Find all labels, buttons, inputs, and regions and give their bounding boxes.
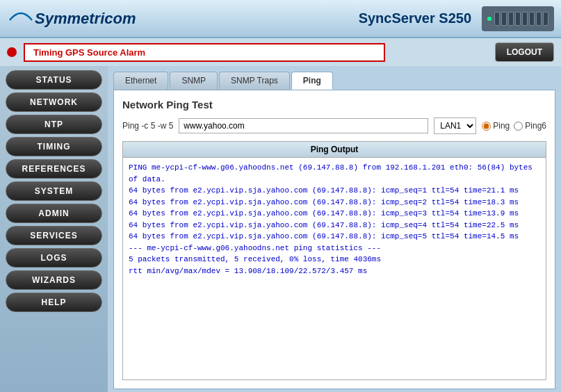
radio-ping6[interactable]: Ping6 — [514, 121, 546, 131]
ping-output-section: Ping Output PING me-ycpi-cf-www.g06.yaho… — [122, 141, 546, 380]
tab-ethernet[interactable]: Ethernet — [113, 72, 168, 90]
tab-bar: Ethernet SNMP SNMP Traps Ping — [113, 72, 555, 90]
device-slot-8 — [543, 12, 548, 26]
alarm-text: Timing GPS Source Alarm — [24, 43, 385, 62]
header: Symmetricom SyncServer S250 — [0, 0, 561, 38]
panel-title: Network Ping Test — [122, 99, 546, 111]
tab-snmp[interactable]: SNMP — [170, 72, 218, 90]
device-slot-7 — [536, 12, 542, 26]
header-center: SyncServer S250 — [359, 6, 554, 31]
sidebar-item-help[interactable]: HELP — [6, 293, 102, 312]
ping-output-body: PING me-ycpi-cf-www.g06.yahoodns.net (69… — [123, 158, 546, 379]
content-area: Ethernet SNMP SNMP Traps Ping Network Pi… — [108, 66, 561, 392]
lan-select[interactable]: LAN1 LAN2 — [434, 117, 476, 134]
ping-output-line-6: --- me-ycpi-cf-www.g06.yahoodns.net ping… — [129, 243, 540, 254]
ping-command-label: Ping -c 5 -w 5 — [122, 121, 173, 131]
logout-button[interactable]: LOGOUT — [495, 42, 554, 62]
alarm-bar: Timing GPS Source Alarm LOGOUT — [0, 38, 561, 66]
sidebar-item-admin[interactable]: ADMIN — [6, 204, 102, 223]
ping-output-line-0: PING me-ycpi-cf-www.g06.yahoodns.net (69… — [129, 162, 540, 185]
ping-host-input[interactable] — [179, 118, 428, 133]
logo-arc-icon — [7, 9, 35, 23]
device-slot-6 — [529, 12, 535, 26]
ping-output-line-4: 64 bytes from e2.ycpi.vip.sja.yahoo.com … — [129, 220, 540, 231]
device-slot-3 — [508, 12, 514, 26]
radio-ping-label: Ping — [493, 121, 510, 131]
sidebar-item-services[interactable]: SERVICES — [6, 226, 102, 245]
device-slot-5 — [522, 12, 528, 26]
ping-output-line-2: 64 bytes from e2.ycpi.vip.sja.yahoo.com … — [129, 197, 540, 209]
device-image — [482, 6, 554, 31]
sidebar-item-status[interactable]: STATUS — [6, 70, 102, 90]
device-slot-1 — [494, 12, 500, 26]
sidebar-item-logs[interactable]: LOGS — [6, 248, 102, 268]
alarm-dot-icon — [7, 47, 17, 57]
main-layout: STATUS NETWORK NTP TIMING REFERENCES SYS… — [0, 66, 561, 392]
radio-ping[interactable]: Ping — [482, 121, 510, 131]
ping-mode-group: Ping Ping6 — [482, 121, 546, 131]
sidebar-item-network[interactable]: NETWORK — [6, 92, 102, 112]
sidebar-item-references[interactable]: REFERENCES — [6, 159, 102, 179]
tab-snmp-traps[interactable]: SNMP Traps — [219, 72, 290, 90]
ping-output-line-3: 64 bytes from e2.ycpi.vip.sja.yahoo.com … — [129, 208, 540, 220]
ping-output-header: Ping Output — [123, 142, 546, 158]
logo-text: Symmetricom — [35, 10, 136, 28]
ping-output-line-8: rtt min/avg/max/mdev = 13.908/18.109/22.… — [129, 266, 540, 277]
ping-output-line-5: 64 bytes from e2.ycpi.vip.sja.yahoo.com … — [129, 231, 540, 243]
device-slot-2 — [501, 12, 507, 26]
tab-ping[interactable]: Ping — [291, 72, 333, 90]
logo: Symmetricom — [7, 9, 136, 28]
sidebar: STATUS NETWORK NTP TIMING REFERENCES SYS… — [0, 66, 108, 392]
radio-ping-input[interactable] — [482, 122, 491, 131]
device-slots — [494, 12, 548, 26]
device-slot-4 — [515, 12, 521, 26]
radio-ping6-input[interactable] — [514, 122, 523, 131]
sidebar-item-wizards[interactable]: WIZARDS — [6, 270, 102, 290]
sidebar-item-system[interactable]: SYSTEM — [6, 181, 102, 201]
radio-ping6-label: Ping6 — [525, 121, 546, 131]
header-title: SyncServer S250 — [359, 10, 471, 26]
ping-output-line-7: 5 packets transmitted, 5 received, 0% lo… — [129, 254, 540, 266]
sidebar-item-ntp[interactable]: NTP — [6, 115, 102, 134]
panel: Network Ping Test Ping -c 5 -w 5 LAN1 LA… — [113, 90, 555, 389]
sidebar-item-timing[interactable]: TIMING — [6, 137, 102, 156]
ping-output-line-1: 64 bytes from e2.ycpi.vip.sja.yahoo.com … — [129, 185, 540, 197]
device-led — [487, 17, 491, 21]
ping-row: Ping -c 5 -w 5 LAN1 LAN2 Ping Ping6 — [122, 117, 546, 134]
